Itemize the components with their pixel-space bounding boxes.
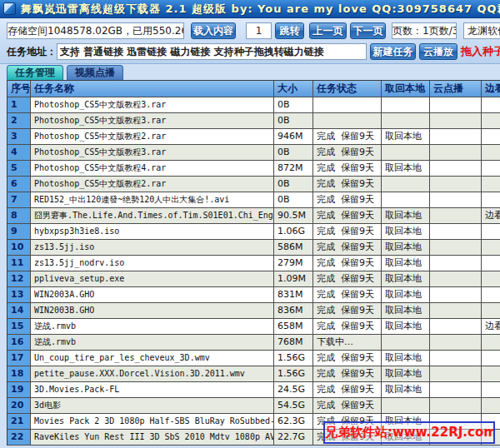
watch-download-link — [482, 177, 500, 192]
task-name-cell: Photoshop_CS5中文版教程2.rar — [31, 129, 274, 145]
cloud-play-cell — [430, 366, 482, 382]
table-row[interactable]: 15逆战.rmvb658M完成 保留9天取回本地边看边下 — [8, 319, 500, 335]
task-name-cell: Photoshop_CS5中文版教程3.rar — [31, 145, 274, 161]
retrieve-local-link[interactable]: 取回本地 — [382, 161, 430, 177]
retrieve-local-link[interactable]: 取回本地 — [382, 256, 430, 271]
retrieve-local-link[interactable]: 取回本地 — [382, 129, 430, 145]
table-row[interactable]: 12ppliveva_setup.exe1.09M完成 保留9天取回本地 — [8, 271, 500, 287]
task-size-cell: 836M — [274, 303, 313, 319]
table-row[interactable]: 1Photoshop_CS5中文版教程3.rar0B — [8, 97, 500, 113]
task-name-cell: WIN2003B.GHO — [31, 303, 274, 319]
task-size-cell: 0B — [274, 97, 313, 113]
table-row[interactable]: 9hybxpsp3h3ie8.iso1.06G完成 保留9天取回本地 — [8, 224, 500, 240]
task-name-cell: 3D.Movies.Pack-FL — [31, 382, 274, 398]
retrieve-local-link — [382, 113, 430, 129]
table-row[interactable]: 8囧男窘事.The.Life.And.Times.of.Tim.S01E01.C… — [8, 208, 500, 224]
drag-torrent-hint: 拖入种子文件 — [461, 43, 500, 60]
watch-download-link — [482, 382, 500, 398]
new-task-button[interactable]: 新建任务 — [370, 43, 416, 60]
task-name-cell: WIN2003A.GHO — [31, 287, 274, 303]
task-status-cell: 完成 保留9天 — [313, 398, 382, 414]
task-address-input[interactable] — [57, 43, 367, 60]
retrieve-local-link — [382, 398, 430, 414]
row-number-cell: 1 — [8, 97, 31, 113]
table-row[interactable]: 14WIN2003B.GHO836M完成 保留9天取回本地 — [8, 303, 500, 319]
prev-page-button[interactable]: 上一页 — [309, 22, 347, 39]
table-row[interactable]: 17Un_coup_tire_par_les_cheveux_3D.wmv1.5… — [8, 351, 500, 366]
load-content-button[interactable]: 载入内容 — [191, 22, 236, 39]
watch-download-link — [482, 303, 500, 319]
task-status-cell: 完成 保留9天 — [313, 256, 382, 271]
watch-download-link — [482, 145, 500, 161]
col-header-index: 序号 — [8, 81, 31, 97]
table-row[interactable]: 16逆战.rmvb768M下载中… — [8, 335, 500, 351]
row-number-cell: 12 — [8, 271, 31, 287]
watch-download-link[interactable]: 边看边下 — [482, 208, 500, 224]
col-header-size: 大小 — [274, 81, 313, 97]
task-name-cell: 逆战.rmvb — [31, 335, 274, 351]
table-row[interactable]: 11zs13.5jj_nodrv.iso279M完成 保留9天取回本地 — [8, 256, 500, 271]
task-status-cell: 完成 保留9天 — [313, 271, 382, 287]
task-address-label: 任务地址： — [7, 43, 57, 60]
retrieve-local-link — [382, 192, 430, 208]
watch-download-link — [482, 113, 500, 129]
table-row[interactable]: 3Photoshop_CS5中文版教程2.rar946M完成 保留9天取回本地 — [8, 129, 500, 145]
table-row[interactable]: 6Photoshop_CS5中文版教程2.rar0B完成 保留9天 — [8, 177, 500, 192]
watch-download-link — [482, 192, 500, 208]
task-name-cell: ppliveva_setup.exe — [31, 271, 274, 287]
table-row[interactable]: 13WIN2003A.GHO831M完成 保留9天取回本地 — [8, 287, 500, 303]
retrieve-local-link[interactable]: 取回本地 — [382, 208, 430, 224]
tab-task-manage[interactable]: 任务管理 — [7, 65, 63, 80]
watch-download-link — [482, 256, 500, 271]
task-status-cell: 完成 保留9天 — [313, 303, 382, 319]
cloud-play-cell — [430, 271, 482, 287]
col-header-cloud: 云点播 — [430, 81, 482, 97]
row-number-cell: 9 — [8, 224, 31, 240]
task-size-cell: 62.3G — [274, 414, 313, 430]
retrieve-local-link[interactable]: 取回本地 — [382, 240, 430, 256]
table-row[interactable]: 5Photoshop_CS5中文版教程4.rar872M完成 保留9天取回本地 — [8, 161, 500, 177]
retrieve-local-link[interactable]: 取回本地 — [382, 319, 430, 335]
cloud-play-cell — [430, 351, 482, 366]
watch-download-link[interactable]: 边看边下 — [482, 319, 500, 335]
row-number-cell: 11 — [8, 256, 31, 271]
retrieve-local-link[interactable]: 取回本地 — [382, 271, 430, 287]
next-page-button[interactable]: 下一页 — [350, 22, 386, 39]
retrieve-local-link[interactable]: 取回本地 — [382, 224, 430, 240]
watermark-banner: 兄弟软件站:www.22RJ.com — [323, 421, 495, 444]
table-row[interactable]: 18petite_pause.XXX.Dorcel.Vision.3D.2011… — [8, 366, 500, 382]
task-size-cell: 90.5M — [274, 208, 313, 224]
jump-button[interactable]: 跳转 — [275, 22, 304, 39]
task-status-cell — [313, 113, 382, 129]
row-number-cell: 17 — [8, 351, 31, 366]
retrieve-local-link[interactable]: 取回本地 — [382, 366, 430, 382]
cloud-play-cell — [430, 97, 482, 113]
cloud-play-button[interactable]: 云播放 — [419, 43, 458, 60]
task-size-cell: 946M — [274, 129, 313, 145]
table-row[interactable]: 203d电影54.5G完成 保留9天 — [8, 398, 500, 414]
table-row[interactable]: 193D.Movies.Pack-FL24.5G完成 保留9天取回本地 — [8, 382, 500, 398]
table-row[interactable]: 4Photoshop_CS5中文版教程3.rar0B完成 保留9天 — [8, 145, 500, 161]
retrieve-local-link[interactable]: 取回本地 — [382, 351, 430, 366]
row-number-cell: 5 — [8, 161, 31, 177]
task-status-cell: 完成 保留9天 — [313, 224, 382, 240]
page-number-input[interactable] — [246, 22, 272, 39]
retrieve-local-link[interactable]: 取回本地 — [382, 303, 430, 319]
table-row[interactable]: 2Photoshop_CS5中文版教程3.rar0B — [8, 113, 500, 129]
cloud-play-cell — [430, 287, 482, 303]
col-header-retrieve: 取回本地 — [382, 81, 430, 97]
task-size-cell: 768M — [274, 335, 313, 351]
retrieve-local-link[interactable]: 取回本地 — [382, 287, 430, 303]
table-row[interactable]: 10zs13.5jj.iso586M完成 保留9天取回本地 — [8, 240, 500, 256]
table-row[interactable]: 7RED152_中出120連發~绝勢120人中出大集合!.avi0B完成 保留9… — [8, 192, 500, 208]
tab-video-ondemand[interactable]: 视频点播 — [67, 65, 123, 80]
watch-download-link — [482, 129, 500, 145]
task-name-cell: zs13.5jj.iso — [31, 240, 274, 256]
row-number-cell: 19 — [8, 382, 31, 398]
retrieve-local-link — [382, 177, 430, 192]
row-number-cell: 13 — [8, 287, 31, 303]
task-status-cell: 完成 保留9天 — [313, 192, 382, 208]
retrieve-local-link[interactable]: 取回本地 — [382, 382, 430, 398]
row-number-cell: 3 — [8, 129, 31, 145]
cloud-play-cell — [430, 398, 482, 414]
